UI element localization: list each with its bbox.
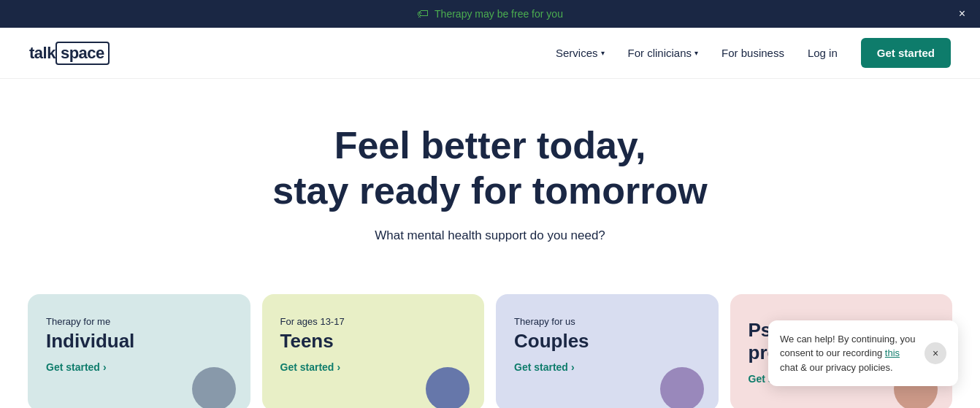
hero-headline: Feel better today, stay ready for tomorr…	[15, 123, 965, 214]
hero-headline-line2: stay ready for tomorrow	[272, 169, 707, 212]
services-chevron-icon: ▾	[601, 49, 605, 57]
teens-link-arrow-icon: ›	[337, 361, 340, 373]
login-link[interactable]: Log in	[808, 47, 838, 59]
login-label: Log in	[808, 47, 838, 59]
services-menu[interactable]: Services ▾	[556, 47, 605, 59]
logo-space: space	[55, 42, 110, 65]
individual-card-subtitle: Therapy for me	[46, 316, 232, 327]
for-business-label: For business	[721, 47, 784, 59]
banner-text: Therapy may be free for you	[435, 8, 563, 20]
tag-icon: 🏷	[417, 7, 429, 20]
teens-card-subtitle: For ages 13-17	[280, 316, 467, 327]
chat-link[interactable]: this	[885, 347, 900, 358]
teens-card: For ages 13-17 Teens Get started ›	[262, 294, 485, 408]
for-business-link[interactable]: For business	[721, 47, 784, 59]
top-banner: 🏷 Therapy may be free for you ×	[0, 0, 980, 28]
logo-talk: talk	[29, 44, 55, 63]
teens-link-label: Get started	[280, 361, 334, 373]
for-clinicians-label: For clinicians	[628, 47, 692, 59]
clinicians-chevron-icon: ▾	[694, 49, 698, 57]
teens-card-title: Teens	[280, 330, 467, 353]
get-started-button[interactable]: Get started	[861, 38, 951, 68]
navigation: talkspace Services ▾ For clinicians ▾ Fo…	[0, 28, 980, 79]
couples-link-label: Get started	[514, 361, 568, 373]
logo[interactable]: talkspace	[29, 42, 110, 65]
chat-widget-text: We can help! By continuing, you consent …	[780, 332, 917, 375]
individual-link-label: Get started	[46, 361, 100, 373]
services-label: Services	[556, 47, 598, 59]
individual-link-arrow-icon: ›	[103, 361, 107, 373]
chat-widget: We can help! By continuing, you consent …	[768, 320, 958, 387]
nav-links: Services ▾ For clinicians ▾ For business…	[556, 38, 951, 68]
individual-card: Therapy for me Individual Get started ›	[28, 294, 250, 408]
teens-avatar	[426, 367, 470, 408]
chat-close-button[interactable]: ×	[925, 342, 946, 364]
banner-close-button[interactable]: ×	[959, 8, 965, 20]
couples-card-title: Couples	[514, 330, 700, 353]
hero-headline-line1: Feel better today,	[334, 124, 646, 166]
couples-card: Therapy for us Couples Get started ›	[496, 294, 719, 408]
hero-subheading: What mental health support do you need?	[15, 228, 965, 243]
for-clinicians-menu[interactable]: For clinicians ▾	[628, 47, 699, 59]
couples-link-arrow-icon: ›	[571, 361, 575, 373]
chat-text-after-link: chat & our privacy policies.	[780, 362, 893, 373]
hero-section: Feel better today, stay ready for tomorr…	[0, 79, 980, 272]
couples-card-subtitle: Therapy for us	[514, 316, 700, 327]
individual-avatar	[192, 367, 236, 408]
individual-card-title: Individual	[46, 330, 232, 353]
couples-avatar	[660, 367, 704, 408]
